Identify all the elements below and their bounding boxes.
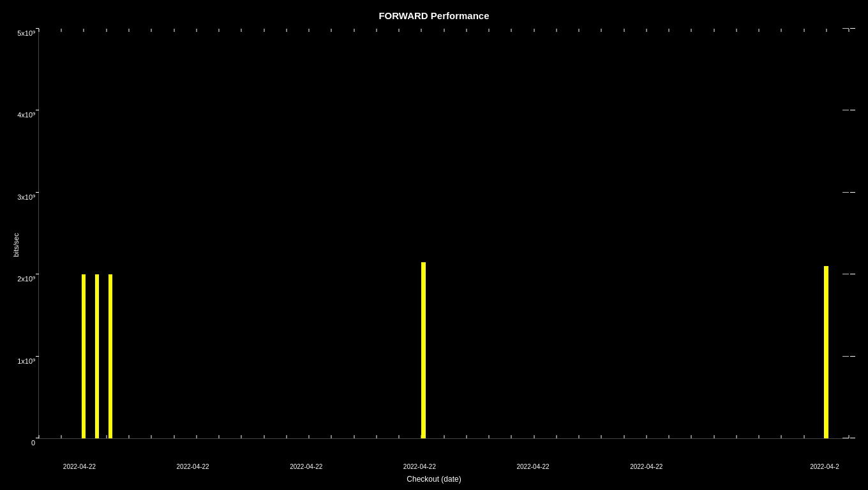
x-tick-mark bbox=[398, 435, 399, 438]
top-tick-mark bbox=[849, 29, 849, 32]
top-tick-mark bbox=[444, 29, 444, 32]
y-right-dash bbox=[850, 110, 855, 110]
top-tick-mark bbox=[804, 29, 804, 32]
x-tick-mark bbox=[264, 435, 264, 438]
top-tick-mark bbox=[241, 29, 242, 32]
x-tick-mark bbox=[849, 435, 849, 438]
top-tick-mark bbox=[624, 29, 624, 32]
top-tick-mark bbox=[758, 29, 759, 32]
top-tick-mark bbox=[669, 29, 670, 32]
top-tick-mark bbox=[556, 29, 557, 32]
data-bar bbox=[95, 274, 99, 438]
x-tick-mark bbox=[691, 435, 692, 438]
top-tick-mark bbox=[174, 29, 174, 32]
x-axis-title: Checkout (date) bbox=[0, 475, 868, 484]
y-axis-tick-label: 4x10⁹ bbox=[17, 111, 39, 119]
x-tick-mark bbox=[781, 435, 782, 438]
data-bar bbox=[824, 266, 828, 438]
x-tick-mark bbox=[196, 435, 197, 438]
y-right-dash bbox=[850, 192, 855, 193]
data-bar bbox=[82, 274, 86, 438]
x-tick-mark bbox=[758, 435, 759, 438]
data-bar bbox=[108, 274, 112, 438]
y-gridline bbox=[39, 110, 849, 110]
top-tick-mark bbox=[106, 29, 107, 32]
top-tick-mark bbox=[466, 29, 467, 32]
x-tick-mark bbox=[106, 435, 107, 438]
x-tick-mark bbox=[804, 435, 804, 438]
top-tick-mark bbox=[84, 29, 84, 32]
x-axis-tick-label: 2022-04-22 bbox=[290, 463, 322, 470]
top-tick-mark bbox=[151, 29, 152, 32]
x-axis-tick-label: 2022-04-22 bbox=[63, 463, 96, 470]
x-tick-mark bbox=[444, 435, 444, 438]
top-tick-mark bbox=[714, 29, 714, 32]
top-tick-mark bbox=[736, 29, 737, 32]
top-tick-mark bbox=[61, 29, 62, 32]
x-tick-mark bbox=[624, 435, 624, 438]
x-tick-mark bbox=[669, 435, 670, 438]
top-tick-mark bbox=[309, 29, 310, 32]
x-tick-mark bbox=[309, 435, 310, 438]
y-right-dash bbox=[850, 438, 855, 438]
chart-area: 5x10⁹4x10⁹3x10⁹2x10⁹1x10⁹02022-04-222022… bbox=[38, 29, 849, 439]
top-tick-mark bbox=[376, 29, 377, 32]
x-tick-mark bbox=[241, 435, 242, 438]
y-gridline bbox=[39, 274, 849, 274]
top-tick-mark bbox=[826, 29, 827, 32]
x-tick-mark bbox=[556, 435, 557, 438]
top-tick-mark bbox=[264, 29, 264, 32]
x-tick-mark bbox=[218, 435, 219, 438]
x-tick-mark bbox=[174, 435, 174, 438]
x-axis-tick-label: 2022-04-22 bbox=[403, 463, 436, 470]
x-axis-tick-label: 2022-04-2 bbox=[810, 463, 839, 470]
x-axis-tick-label: 2022-04-22 bbox=[630, 463, 662, 470]
y-right-dash bbox=[850, 28, 855, 29]
top-tick-mark bbox=[354, 29, 354, 32]
y-right-dash bbox=[850, 274, 855, 274]
top-tick-mark bbox=[218, 29, 219, 32]
x-axis-tick-label: 2022-04-22 bbox=[517, 463, 550, 470]
data-bar bbox=[421, 262, 426, 438]
top-tick-mark bbox=[534, 29, 534, 32]
top-tick-mark bbox=[489, 29, 490, 32]
y-axis-tick-label: 0 bbox=[31, 439, 39, 447]
top-tick-mark bbox=[601, 29, 602, 32]
top-tick-mark bbox=[331, 29, 332, 32]
top-tick-mark bbox=[511, 29, 512, 32]
x-tick-mark bbox=[286, 435, 287, 438]
chart-container: FORWARD Performance bits/sec 5x10⁹4x10⁹3… bbox=[0, 0, 868, 490]
x-tick-mark bbox=[354, 435, 354, 438]
top-tick-mark bbox=[421, 29, 422, 32]
y-axis-label: bits/sec bbox=[12, 233, 20, 256]
top-tick-mark bbox=[579, 29, 580, 32]
y-axis-tick-label: 1x10⁹ bbox=[17, 357, 39, 365]
y-gridline bbox=[39, 356, 849, 357]
x-tick-mark bbox=[646, 435, 647, 438]
x-tick-mark bbox=[736, 435, 737, 438]
x-tick-mark bbox=[601, 435, 602, 438]
y-axis-tick-label: 5x10⁹ bbox=[17, 29, 39, 38]
x-tick-mark bbox=[579, 435, 580, 438]
top-tick-mark bbox=[286, 29, 287, 32]
top-tick-mark bbox=[128, 29, 129, 32]
x-tick-mark bbox=[128, 435, 129, 438]
top-tick-mark bbox=[646, 29, 647, 32]
y-axis-tick-label: 2x10⁹ bbox=[17, 275, 39, 283]
top-tick-mark bbox=[196, 29, 197, 32]
x-tick-mark bbox=[534, 435, 534, 438]
top-tick-mark bbox=[781, 29, 782, 32]
y-axis-tick-label: 3x10⁹ bbox=[17, 193, 39, 201]
x-tick-mark bbox=[331, 435, 332, 438]
top-tick-mark bbox=[691, 29, 692, 32]
chart-title: FORWARD Performance bbox=[0, 10, 868, 21]
x-tick-mark bbox=[714, 435, 714, 438]
x-tick-mark bbox=[511, 435, 512, 438]
x-tick-mark bbox=[39, 435, 40, 438]
y-right-dash bbox=[850, 356, 855, 357]
top-tick-mark bbox=[398, 29, 399, 32]
x-axis-tick-label: 2022-04-22 bbox=[177, 463, 209, 470]
x-tick-mark bbox=[151, 435, 152, 438]
y-gridline bbox=[39, 192, 849, 193]
x-tick-mark bbox=[61, 435, 62, 438]
